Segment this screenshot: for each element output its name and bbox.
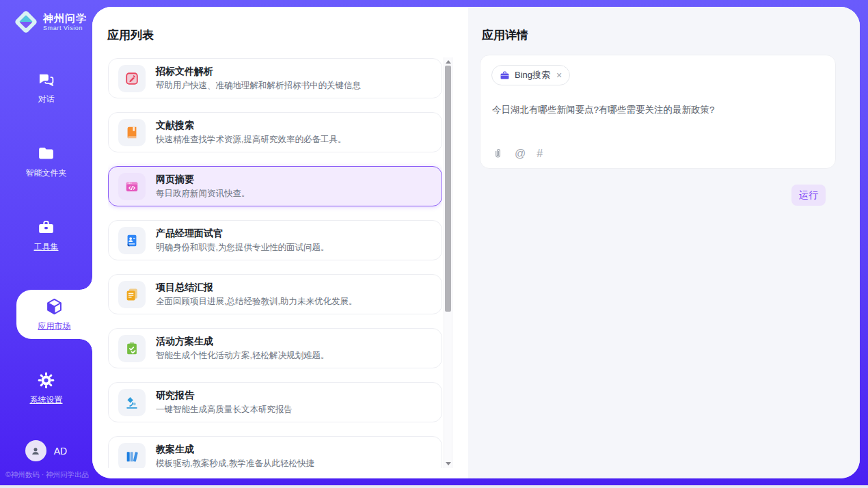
- app-card-desc: 模板驱动,教案秒成,教学准备从此轻松快捷: [156, 458, 314, 468]
- app-card-desc: 每日政府新闻资讯快查。: [156, 188, 250, 200]
- sidebar-nav: 对话智能文件夹工具集应用市场系统设置: [0, 68, 92, 443]
- sidebar-item-label: 应用市场: [38, 321, 71, 332]
- brand-logo: 神州问学 Smart Vision: [12, 8, 87, 36]
- hash-icon[interactable]: #: [537, 148, 543, 159]
- sidebar-item-toolset[interactable]: 工具集: [0, 216, 92, 254]
- app-card[interactable]: 招标文件解析帮助用户快速、准确地理解和解析招标书中的关键信息: [108, 58, 442, 98]
- gear-icon: [37, 371, 55, 390]
- sidebar: 神州问学 Smart Vision 对话智能文件夹工具集应用市场系统设置 AD …: [0, 0, 92, 488]
- activity-icon: [118, 335, 146, 362]
- app-card-desc: 帮助用户快速、准确地理解和解析招标书中的关键信息: [156, 80, 361, 92]
- avatar: [25, 440, 46, 461]
- main-panel: 应用列表 招标文件解析帮助用户快速、准确地理解和解析招标书中的关键信息文献搜索快…: [92, 7, 860, 478]
- app-card-title: 文献搜索: [156, 119, 346, 131]
- window-bottom-edge: [0, 485, 868, 488]
- app-card-list: 招标文件解析帮助用户快速、准确地理解和解析招标书中的关键信息文献搜索快速精准查找…: [108, 58, 442, 468]
- prompt-toolbar: @ #: [492, 148, 543, 159]
- user-badge[interactable]: AD: [0, 440, 92, 461]
- toolbox-icon: [37, 218, 55, 236]
- sidebar-item-label: 对话: [38, 94, 55, 105]
- tool-tag-label: Bing搜索: [515, 69, 550, 81]
- app-card[interactable]: 产品经理面试官明确身份和职责,为您提供专业性的面试问题。: [108, 220, 442, 260]
- sidebar-item-app-market[interactable]: 应用市场: [16, 290, 92, 339]
- scroll-down-arrow[interactable]: [446, 462, 451, 465]
- app-card[interactable]: 文献搜索快速精准查找学术资源,提高研究效率的必备工具。: [108, 112, 442, 152]
- app-card[interactable]: 教案生成模板驱动,教案秒成,教学准备从此轻松快捷: [108, 436, 442, 468]
- app-card-desc: 智能生成个性化活动方案,轻松解决规划难题。: [156, 350, 329, 362]
- scrollbar-thumb[interactable]: [445, 66, 451, 312]
- interview-icon: [118, 227, 146, 254]
- sidebar-item-chat[interactable]: 对话: [0, 68, 92, 107]
- tag-close-icon[interactable]: ×: [556, 70, 562, 80]
- app-card[interactable]: 网页摘要每日政府新闻资讯快查。: [108, 166, 442, 206]
- tender-icon: [118, 65, 146, 92]
- app-list-title: 应用列表: [107, 27, 154, 43]
- chat-icon: [37, 70, 55, 89]
- app-card[interactable]: 项目总结汇报全面回顾项目进展,总结经验教训,助力未来优化发展。: [108, 274, 442, 314]
- sidebar-item-label: 工具集: [34, 241, 59, 253]
- app-card[interactable]: 活动方案生成智能生成个性化活动方案,轻松解决规划难题。: [108, 328, 442, 368]
- brand-name: 神州问学: [43, 12, 87, 25]
- copyright-footer: ©神州数码 · 神州问学出品: [5, 470, 89, 480]
- prompt-input[interactable]: Bing搜索 × 今日湖北有哪些新闻要点?有哪些需要关注的最新政策? @ #: [480, 55, 836, 169]
- paperclip-icon[interactable]: [492, 148, 504, 159]
- run-button[interactable]: 运行: [791, 185, 826, 206]
- app-detail-title: 应用详情: [482, 27, 528, 43]
- app-card-title: 网页摘要: [156, 173, 250, 185]
- briefcase-icon: [500, 70, 510, 81]
- folder-icon: [37, 144, 55, 163]
- sidebar-item-smart-folder[interactable]: 智能文件夹: [0, 142, 92, 180]
- brand-diamond-icon: [12, 8, 40, 36]
- brand-subtitle: Smart Vision: [43, 25, 87, 31]
- sidebar-item-label: 智能文件夹: [26, 167, 67, 179]
- scrollbar[interactable]: [444, 57, 452, 468]
- user-initials: AD: [54, 446, 67, 457]
- summary-icon: [118, 281, 146, 308]
- app-card-title: 产品经理面试官: [156, 227, 329, 239]
- mention-icon[interactable]: @: [515, 148, 526, 159]
- app-card-desc: 快速精准查找学术资源,提高研究效率的必备工具。: [156, 134, 346, 146]
- sidebar-item-label: 系统设置: [30, 394, 63, 406]
- app-card[interactable]: 研究报告一键智能生成高质量长文本研究报告: [108, 382, 442, 422]
- web-icon: [118, 173, 146, 200]
- tool-tag-bing-search[interactable]: Bing搜索 ×: [491, 65, 570, 85]
- sidebar-item-system-settings[interactable]: 系统设置: [0, 369, 92, 407]
- app-card-title: 教案生成: [156, 443, 314, 455]
- cube-icon: [45, 297, 64, 316]
- app-card-title: 研究报告: [156, 389, 293, 401]
- app-card-title: 招标文件解析: [156, 65, 361, 77]
- app-card-title: 项目总结汇报: [156, 281, 357, 293]
- research-icon: [118, 389, 146, 416]
- app-card-title: 活动方案生成: [156, 335, 329, 347]
- app-card-desc: 明确身份和职责,为您提供专业性的面试问题。: [156, 242, 329, 254]
- scroll-up-arrow[interactable]: [446, 60, 451, 64]
- app-card-desc: 全面回顾项目进展,总结经验教训,助力未来优化发展。: [156, 296, 357, 308]
- app-card-desc: 一键智能生成高质量长文本研究报告: [156, 404, 293, 416]
- book-icon: [118, 119, 146, 146]
- prompt-text: 今日湖北有哪些新闻要点?有哪些需要关注的最新政策?: [492, 103, 822, 117]
- app-detail-panel: 应用详情 Bing搜索 × 今日湖北有哪些新闻要点?有哪些需要关注的最新政策? …: [468, 7, 860, 478]
- teach-icon: [118, 443, 146, 469]
- app-list-panel: 应用列表 招标文件解析帮助用户快速、准确地理解和解析招标书中的关键信息文献搜索快…: [92, 7, 468, 478]
